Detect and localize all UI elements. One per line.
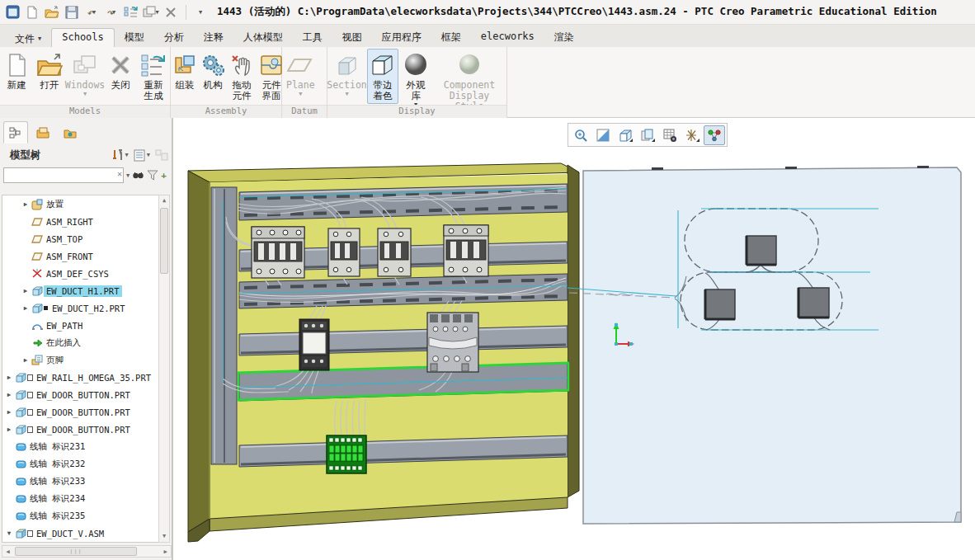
component-interface-button[interactable]: 元件界面 [257,49,285,104]
expander-icon[interactable]: ▶ [4,374,14,381]
tree-item[interactable]: 线轴 标识234 [2,490,159,507]
tree-tools-icon[interactable]: ▼ [111,148,129,162]
customize-toolbar-icon[interactable]: ▼ [192,3,210,21]
regenerate-icon[interactable] [122,3,140,21]
tree-item[interactable]: ▶EW_DOOR_BUTTON.PRT [2,386,159,403]
tree-item[interactable]: ▼EW_DUCT_V.ASM [2,525,159,542]
expander-icon[interactable]: ▶ [21,304,31,312]
expander-icon[interactable]: ▶ [21,287,31,294]
tree-item[interactable]: ▶页脚 [2,351,159,369]
model-tree-tab[interactable] [3,121,28,144]
tab-分析[interactable]: 分析 [154,28,194,47]
tree-item-label: EW_DUCT_H1.PRT [44,285,122,297]
expander-icon[interactable]: ▶ [21,200,31,208]
tab-file[interactable]: 文件▼ [5,28,51,47]
new-button[interactable]: 新建 [1,49,32,93]
tab-框架[interactable]: 框架 [431,28,471,47]
status-badge [27,374,33,381]
scroll-up-arrow[interactable]: ▲ [159,195,169,206]
undo-icon[interactable]: ↶▼ [82,3,101,21]
tab-注释[interactable]: 注释 [194,28,233,47]
close-window-icon[interactable] [162,3,180,21]
tree-item[interactable]: 线轴 标识231 [2,438,159,455]
datum-display-filters-icon[interactable] [681,125,703,145]
tree-item[interactable]: ASM_FRONT [2,247,159,265]
tree-item[interactable]: 线轴 标识232 [2,455,159,473]
find-icon[interactable] [132,170,144,181]
tree-columns-icon[interactable] [155,149,168,162]
tab-渲染[interactable]: 渲染 [544,28,584,47]
tree-item[interactable]: ▶EW_DOOR_BUTTON.PRT [2,421,159,438]
regenerate-button[interactable]: 重新生成 [138,49,169,104]
window-switch-icon[interactable]: ▼ [142,3,160,21]
tab-Schools[interactable]: Schools [51,28,115,47]
search-input[interactable] [3,167,124,183]
zoom-refit-icon[interactable] [570,125,591,145]
filter-icon[interactable] [147,170,158,181]
favorites-tab[interactable] [58,121,82,144]
tab-人体模型[interactable]: 人体模型 [233,28,293,47]
shaded-with-edges-button[interactable]: 带边着色 [367,49,398,104]
scroll-thumb[interactable]: ❘❘❘ [15,547,137,556]
tree-item[interactable]: ▶EW_RAIL_H_OMEGA_35.PRT [2,369,159,386]
clear-icon[interactable]: ✕ [117,169,122,178]
save-icon[interactable] [63,3,81,21]
scroll-left-arrow[interactable]: ◀ [2,548,13,555]
windows-button[interactable]: Windows ▼ [67,49,103,100]
redo-icon[interactable]: ↷▼ [102,3,120,21]
tree-item-label: ASM_RIGHT [44,216,96,228]
history-dropdown-icon[interactable]: ▼ [126,172,130,179]
close-button[interactable]: 关闭 [105,49,136,93]
saved-orientations-icon[interactable] [637,125,658,145]
tree-item[interactable]: ▶EW_DUCT_H2.PRT [2,299,159,317]
tab-模型[interactable]: 模型 [115,28,154,47]
expander-icon[interactable]: ▼ [4,529,14,537]
annotation-display-icon[interactable] [704,125,725,145]
expander-icon[interactable]: ▶ [4,408,14,416]
repaint-icon[interactable] [592,125,614,145]
expander-icon[interactable]: ▶ [21,356,31,364]
folder-browser-tab[interactable] [31,121,55,144]
part-icon [14,424,27,435]
cabinet-door-panel[interactable] [583,166,961,524]
view-manager-icon[interactable] [659,125,681,145]
scroll-right-arrow[interactable]: ▶ [160,548,171,555]
3d-scene[interactable] [173,118,975,560]
tree-vertical-scrollbar[interactable]: ▲ ▼ [158,195,170,543]
tree-item[interactable]: EW_PATH [2,317,159,334]
display-style-icon[interactable] [615,125,636,145]
tree-settings-icon[interactable]: ▼ [134,149,150,162]
open-file-icon[interactable] [43,3,61,21]
tree-item[interactable]: 线轴 标识235 [2,507,159,525]
tab-工具[interactable]: 工具 [293,28,332,47]
tree-item[interactable]: 线轴 标识233 [2,473,159,490]
mechanism-button[interactable]: 机构 [200,49,226,93]
graphics-viewport[interactable] [173,118,975,560]
tree-item[interactable]: ▶EW_DOOR_BUTTON.PRT [2,403,159,421]
expander-icon[interactable]: ▶ [4,426,14,433]
expander-icon[interactable]: ▶ [4,391,14,398]
tree-horizontal-scrollbar[interactable]: ◀ ❘❘❘ ▶ [2,545,172,558]
creo-app-icon[interactable] [3,3,21,21]
new-file-icon[interactable] [23,3,41,21]
tab-应用程序[interactable]: 应用程序 [372,28,431,47]
appearance-gallery-button[interactable]: 外观库 ▼ [400,49,431,111]
scroll-thumb[interactable] [160,208,168,274]
tree-item[interactable]: ▶EW_DUCT_H1.PRT [2,282,159,299]
drag-component-button[interactable]: 拖动元件 [228,49,256,104]
terminal-block[interactable] [327,435,366,473]
tree-item[interactable]: 在此插入 [2,334,159,351]
assemble-button[interactable]: 组装 [172,49,198,93]
tab-elecworks[interactable]: elecworks [471,28,544,47]
tab-视图[interactable]: 视图 [332,28,372,47]
tree-item[interactable]: ASM_DEF_CSYS [2,265,159,282]
open-button[interactable]: 打开 [34,49,65,93]
scroll-down-arrow[interactable]: ▼ [159,531,169,542]
section-button[interactable]: Section ▼ [328,49,365,100]
add-filter-icon[interactable]: + [161,170,167,181]
vertical-wire-duct[interactable] [211,187,237,464]
tree-item[interactable]: ASM_RIGHT [2,213,159,230]
tree-item[interactable]: ASM_TOP [2,230,159,247]
plane-button[interactable]: Plane ▼ [283,49,318,100]
tree-item[interactable]: ▶放置 [2,195,159,213]
